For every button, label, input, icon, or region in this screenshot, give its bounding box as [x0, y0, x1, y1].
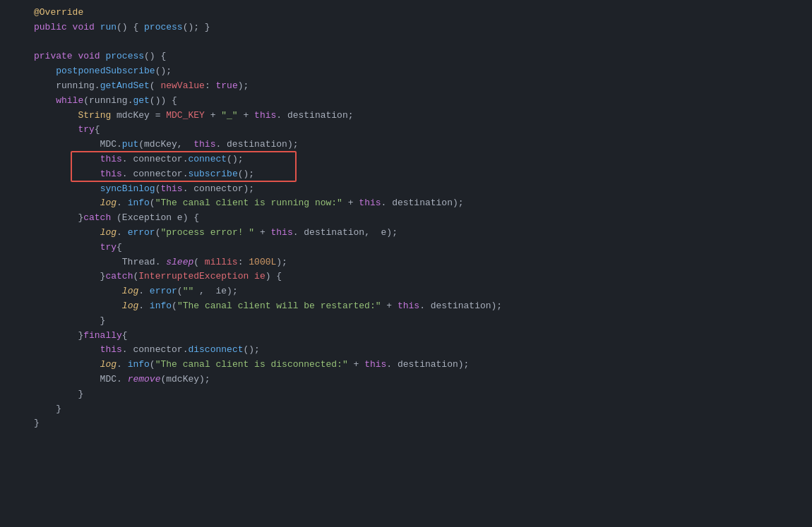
code-line-19: }catch(InterruptedException ie) { [0, 269, 812, 284]
code-line-4: private void process() { [0, 49, 812, 64]
code-line-12: this. connector.subscribe(); [0, 167, 812, 182]
code-line-20: log. error("" , ie); [0, 284, 812, 299]
code-line-5: postponedSubscribe(); [0, 64, 812, 79]
code-line-13: syncBinlog(this. connector); [0, 182, 812, 197]
code-line-21: log. info("The canal client will be rest… [0, 299, 812, 314]
code-editor: @Override public void run() { process();… [0, 0, 812, 437]
code-line-28: } [0, 402, 812, 417]
code-line-22: } [0, 314, 812, 329]
code-line-6: running.getAndSet( newValue: true); [0, 79, 812, 94]
code-line-3 [0, 35, 812, 50]
code-line-10: MDC.put(mdcKey, this. destination); [0, 138, 812, 152]
code-line-18: Thread. sleep( millis: 1000L); [0, 255, 812, 270]
code-line-15: }catch (Exception e) { [0, 211, 812, 226]
code-line-23: }finally{ [0, 329, 812, 344]
code-line-9: try{ [0, 123, 812, 138]
code-line-17: try{ [0, 241, 812, 255]
code-line-27: } [0, 387, 812, 402]
code-line-29: } [0, 416, 812, 431]
code-line-16: log. error("process error! " + this. des… [0, 226, 812, 241]
code-line-24: this. connector.disconnect(); [0, 343, 812, 358]
code-line-26: MDC. remove(mdcKey); [0, 372, 812, 387]
code-line-1: @Override [0, 6, 812, 20]
code-line-7: while(running.get()) { [0, 94, 812, 109]
code-line-25: log. info("The canal client is disconnec… [0, 358, 812, 372]
code-line-2: public void run() { process(); } [0, 20, 812, 35]
code-line-8: String mdcKey = MDC_KEY + "_" + this. de… [0, 109, 812, 123]
code-line-11: this. connector.connect(); [0, 152, 812, 167]
code-line-14: log. info("The canal client is running n… [0, 196, 812, 211]
